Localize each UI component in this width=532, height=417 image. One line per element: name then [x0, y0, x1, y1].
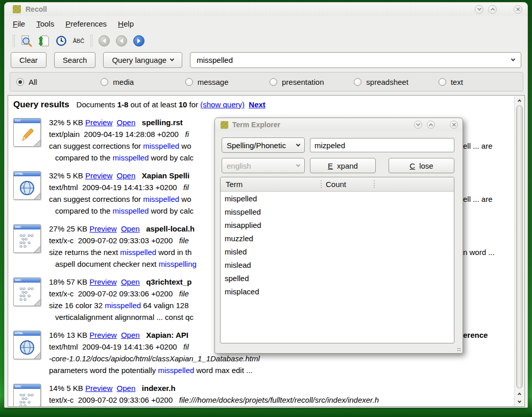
- radio-icon[interactable]: [439, 78, 446, 86]
- term-cell[interactable]: misplaced: [221, 287, 321, 296]
- term-row[interactable]: spelled: [221, 271, 454, 285]
- filter-spreadsheet[interactable]: spreadsheet: [354, 78, 438, 86]
- result-link[interactable]: Preview: [89, 224, 116, 233]
- scroll-up-icon[interactable]: [515, 389, 524, 398]
- column-header-count[interactable]: Count: [321, 180, 346, 189]
- text-segment: misspelled: [158, 366, 194, 375]
- term-cell[interactable]: spelled: [221, 274, 321, 283]
- result-icon-column: SRC: [13, 382, 49, 406]
- results-title: Query results: [13, 100, 69, 110]
- history-icon[interactable]: [54, 34, 68, 48]
- menu-file[interactable]: File: [13, 19, 25, 28]
- close-button[interactable]: ✕: [450, 121, 458, 129]
- search-input[interactable]: misspelled: [190, 52, 521, 68]
- term-cell[interactable]: muzzled: [221, 234, 321, 243]
- text-segment: wo: [179, 142, 191, 150]
- scroll-up-icon[interactable]: [515, 96, 524, 104]
- minimize-button[interactable]: [414, 121, 422, 129]
- term-table-header[interactable]: Term Count: [221, 177, 454, 192]
- result-link[interactable]: Open: [121, 277, 140, 286]
- txt-file-icon: TXT: [13, 118, 41, 147]
- text-segment: word by calc: [149, 153, 194, 162]
- filter-media[interactable]: media: [101, 78, 185, 86]
- filter-label: All: [29, 78, 37, 86]
- query-language-dropdown[interactable]: Query language: [103, 52, 182, 68]
- text-segment: aspell document checker next: [55, 260, 159, 268]
- file-type-label: HTML: [14, 172, 40, 176]
- close-dialog-button[interactable]: Close: [389, 158, 454, 173]
- radio-icon[interactable]: [185, 78, 193, 86]
- result-link[interactable]: Open: [121, 331, 140, 339]
- menu-help[interactable]: Help: [118, 19, 134, 28]
- result-line: verticalalignment alignnormal ... const …: [49, 311, 194, 323]
- text-segment: 32% 5 KB: [49, 118, 85, 127]
- results-scrollbar[interactable]: [514, 96, 524, 406]
- clear-button[interactable]: Clear: [11, 52, 46, 68]
- resize-grip[interactable]: [457, 348, 461, 352]
- search-button[interactable]: Search: [54, 52, 96, 68]
- minimize-button[interactable]: [475, 5, 483, 14]
- chevron-down-icon[interactable]: [511, 57, 515, 61]
- close-button[interactable]: ✕: [514, 5, 522, 14]
- result-line: text/x-c 2009-07-02 09:33:06 +0200 file: [49, 288, 194, 299]
- sort-icon[interactable]: [37, 34, 51, 48]
- text-segment: for: [187, 100, 200, 109]
- scrollbar-thumb[interactable]: [516, 105, 523, 388]
- term-cell[interactable]: misapplied: [221, 221, 321, 229]
- search-row: Clear Search Query language misspelled: [5, 50, 527, 70]
- result-link[interactable]: Preview: [89, 277, 116, 286]
- term-row[interactable]: mispelled: [221, 192, 454, 205]
- folded-corner: [34, 140, 41, 147]
- term-row[interactable]: misspelled: [221, 205, 454, 218]
- dialog-titlebar[interactable]: Term Explorer ✕: [215, 118, 463, 131]
- menu-preferences[interactable]: Preferences: [65, 19, 107, 28]
- maximize-button[interactable]: [488, 5, 497, 14]
- result-link[interactable]: Preview: [89, 331, 116, 339]
- filter-all[interactable]: All: [16, 78, 101, 86]
- scroll-down-icon[interactable]: [515, 398, 524, 406]
- spellcheck-icon[interactable]: ÅBĈ: [71, 34, 86, 48]
- expand-button[interactable]: Expand: [310, 158, 376, 173]
- term-cell[interactable]: misspelled: [221, 207, 321, 216]
- result-link[interactable]: Open: [117, 118, 136, 127]
- radio-icon[interactable]: [101, 78, 108, 86]
- result-link[interactable]: Open: [117, 384, 136, 392]
- term-cell[interactable]: mispelled: [221, 194, 321, 203]
- radio-icon[interactable]: [270, 78, 277, 86]
- maximize-button[interactable]: [427, 121, 435, 129]
- result-link[interactable]: Preview: [85, 118, 112, 127]
- result-icon-column: SRC: [13, 223, 49, 270]
- result-line: aspell document checker next misspelling: [49, 258, 197, 270]
- next-page-icon[interactable]: [132, 34, 146, 48]
- term-row[interactable]: misplaced: [221, 285, 454, 298]
- menu-tools[interactable]: Tools: [36, 19, 54, 28]
- term-input[interactable]: mizpeled: [310, 138, 454, 152]
- term-row[interactable]: muzzled: [221, 231, 454, 245]
- result-link[interactable]: Preview: [85, 171, 112, 180]
- result-link[interactable]: Open: [121, 224, 140, 233]
- text-segment: misspelled: [105, 301, 141, 310]
- result-link[interactable]: (show query): [200, 100, 245, 109]
- text-segment: word max edit ...: [194, 366, 252, 375]
- result-link[interactable]: Open: [117, 171, 136, 180]
- desktop: Recoll ✕ FileToolsPreferencesHelp ÅBĈ: [0, 0, 532, 417]
- term-cell[interactable]: mislead: [221, 261, 321, 269]
- clear-search-icon[interactable]: [19, 34, 34, 48]
- term-row[interactable]: mislead: [221, 258, 454, 271]
- result-link[interactable]: Preview: [85, 384, 112, 392]
- radio-icon[interactable]: [16, 78, 24, 86]
- filter-text[interactable]: text: [439, 78, 523, 86]
- column-resize-handle[interactable]: [321, 180, 322, 188]
- column-resize-handle[interactable]: [374, 180, 375, 188]
- titlebar[interactable]: Recoll ✕: [5, 3, 527, 16]
- radio-icon[interactable]: [354, 78, 361, 86]
- term-row[interactable]: misapplied: [221, 218, 454, 231]
- term-row[interactable]: misled: [221, 245, 454, 258]
- filter-presentation[interactable]: presentation: [270, 78, 354, 86]
- text-segment: 14% 5 KB: [49, 384, 85, 392]
- result-link[interactable]: Next: [249, 100, 265, 109]
- term-cell[interactable]: misled: [221, 247, 321, 256]
- column-header-term[interactable]: Term: [221, 180, 321, 189]
- match-type-dropdown[interactable]: Spelling/Phonetic: [222, 137, 305, 153]
- filter-message[interactable]: message: [185, 78, 270, 86]
